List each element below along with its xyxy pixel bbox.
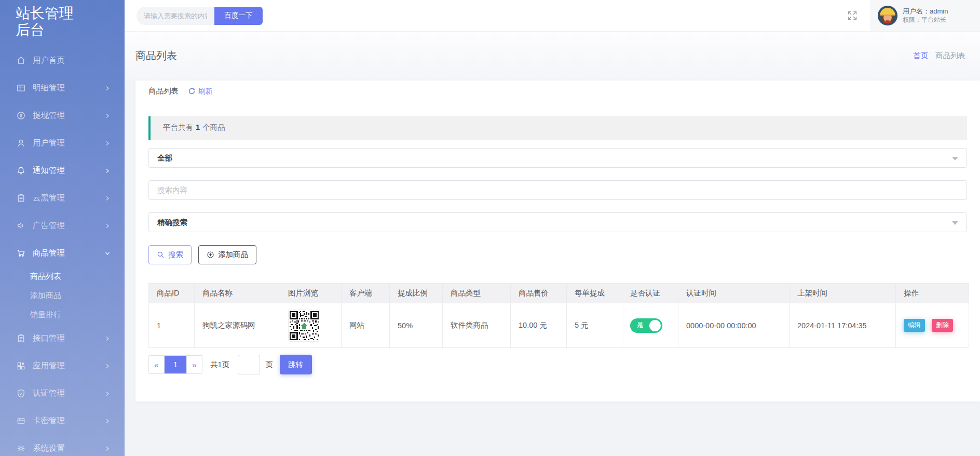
user-role: 权限：平台站长: [903, 16, 948, 24]
category-select[interactable]: 全部: [148, 148, 967, 168]
product-table: 商品ID 商品名称 图片浏览 客户端 提成比例 商品类型 商品售价 每单提成 是…: [148, 283, 969, 348]
edit-button[interactable]: 编辑: [904, 319, 925, 332]
page-header: 商品列表 首页 商品列表: [125, 31, 980, 81]
sidebar-item-cardkey[interactable]: 卡密管理: [0, 407, 125, 435]
refresh-icon: [188, 87, 196, 95]
current-page-button[interactable]: 1: [165, 356, 186, 373]
chevron-right-icon: [105, 168, 110, 173]
sidebar-item-user[interactable]: 用户管理: [0, 129, 125, 157]
col-header-type: 商品类型: [443, 284, 511, 303]
user-meta: 用户名：admin 权限：平台站长: [903, 7, 948, 24]
certified-toggle[interactable]: 是: [630, 318, 662, 333]
delete-button[interactable]: 删除: [932, 319, 953, 332]
chevron-right-icon: [105, 446, 110, 451]
sidebar-subitem-product-add[interactable]: 添加商品: [0, 286, 125, 305]
page-jump-input[interactable]: [238, 355, 260, 374]
product-list-card: 商品列表 刷新 平台共有1个商品 全部 精确搜索: [135, 81, 980, 401]
sidebar-item-withdraw[interactable]: 提现管理: [0, 102, 125, 129]
cell-ops: 编辑 删除: [896, 303, 969, 348]
product-count: 1: [196, 123, 200, 131]
user-menu[interactable]: 用户名：admin 权限：平台站长: [870, 0, 980, 31]
cell-shelf-time: 2024-01-11 17:04:35: [790, 303, 896, 348]
cell-id: 1: [149, 303, 195, 348]
search-icon: [157, 251, 165, 259]
cell-certified: 是: [622, 303, 678, 348]
navbar-search-input[interactable]: [137, 7, 214, 25]
product-count-alert: 平台共有1个商品: [148, 116, 967, 140]
col-header-image: 图片浏览: [280, 284, 342, 303]
card-icon: [16, 416, 26, 426]
plus-circle-icon: [207, 251, 214, 259]
home-icon: [16, 56, 26, 66]
main-content: 商品列表 刷新 平台共有1个商品 全部 精确搜索: [125, 81, 980, 401]
baidu-search-button[interactable]: 百度一下: [214, 7, 263, 25]
chevron-right-icon: [105, 336, 110, 341]
chevron-right-icon: [105, 364, 110, 369]
clipboard-icon: [16, 333, 26, 344]
dropdown-caret-icon: [952, 157, 958, 160]
blocks-icon: [16, 361, 26, 371]
navbar-search: 百度一下: [137, 7, 263, 25]
table-header-row: 商品ID 商品名称 图片浏览 客户端 提成比例 商品类型 商品售价 每单提成 是…: [149, 284, 969, 303]
sidebar-menu: 用户首页 明细管理 提现管理 用户管理 通知管理 云黑管理: [0, 47, 125, 456]
cell-image: [280, 303, 342, 348]
bell-icon: [16, 166, 26, 176]
col-header-cert-time: 认证时间: [678, 284, 790, 303]
chevron-right-icon: [105, 141, 110, 146]
sidebar-item-ads[interactable]: 广告管理: [0, 212, 125, 239]
sidebar-subitem-sales-rank[interactable]: 销量排行: [0, 305, 125, 325]
cell-type: 软件类商品: [443, 303, 511, 348]
jump-button[interactable]: 跳转: [280, 355, 312, 374]
search-mode-select[interactable]: 精确搜索: [148, 212, 967, 232]
action-buttons: 搜索 添加商品: [148, 245, 967, 264]
col-header-shelf-time: 上架时间: [790, 284, 896, 303]
shield-check-icon: [16, 388, 26, 399]
breadcrumb-home-link[interactable]: 首页: [913, 51, 928, 61]
sidebar-item-api[interactable]: 接口管理: [0, 325, 125, 352]
page-title: 商品列表: [135, 49, 177, 63]
user-name: 用户名：admin: [903, 7, 948, 16]
sidebar-item-apps[interactable]: 应用管理: [0, 352, 125, 380]
qr-code-image[interactable]: [288, 310, 320, 342]
card-header: 商品列表 刷新: [135, 81, 980, 102]
card-title: 商品列表: [148, 86, 179, 96]
col-header-per-order: 每单提成: [567, 284, 622, 303]
col-header-certified: 是否认证: [622, 284, 678, 303]
sidebar-item-cloud-blacklist[interactable]: 云黑管理: [0, 184, 125, 212]
chevron-right-icon: [105, 223, 110, 229]
sidebar-item-settings[interactable]: 系统设置: [0, 435, 125, 456]
toggle-knob: [649, 320, 661, 331]
col-header-ratio: 提成比例: [390, 284, 443, 303]
search-button[interactable]: 搜索: [148, 245, 192, 264]
breadcrumb: 首页 商品列表: [913, 51, 965, 61]
keyword-input[interactable]: [157, 186, 958, 194]
sidebar-item-home[interactable]: 用户首页: [0, 47, 125, 74]
refresh-link[interactable]: 刷新: [188, 87, 212, 96]
table-row: 1 狗凯之家源码网: [149, 303, 969, 348]
clipboard-icon: [16, 193, 26, 204]
sidebar-item-product[interactable]: 商品管理: [0, 239, 125, 267]
sidebar: 站长管理后台 用户首页 明细管理 提现管理 用户管理 通知管理: [0, 0, 125, 456]
next-page-button[interactable]: »: [186, 356, 202, 373]
sidebar-item-cert[interactable]: 认证管理: [0, 380, 125, 407]
pagination: « 1 » 共1页 页 跳转: [148, 355, 967, 401]
fullscreen-icon[interactable]: [847, 10, 857, 21]
top-navbar: 百度一下 用户名：admin 权限：平台站长: [125, 0, 980, 31]
cell-client: 网站: [342, 303, 390, 348]
sidebar-item-notice[interactable]: 通知管理: [0, 157, 125, 184]
cell-price: 10.00 元: [511, 303, 567, 348]
chevron-down-icon: [105, 251, 110, 256]
app-title: 站长管理后台: [0, 0, 88, 38]
add-product-button[interactable]: 添加商品: [198, 245, 256, 264]
col-header-id: 商品ID: [149, 284, 195, 303]
user-icon: [16, 138, 26, 149]
cell-cert-time: 0000-00-00 00:00:00: [678, 303, 790, 348]
yen-icon: [16, 111, 26, 121]
col-header-price: 商品售价: [511, 284, 567, 303]
sidebar-item-detail[interactable]: 明细管理: [0, 74, 125, 102]
pagination-group: « 1 »: [148, 355, 202, 374]
chevron-right-icon: [105, 196, 110, 201]
sidebar-subitem-product-list[interactable]: 商品列表: [0, 267, 125, 286]
prev-page-button[interactable]: «: [149, 356, 165, 373]
chevron-right-icon: [105, 86, 110, 91]
